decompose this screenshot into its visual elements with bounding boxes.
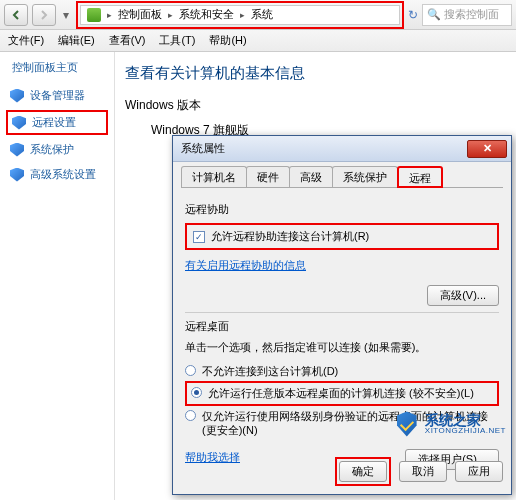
close-icon: ✕ <box>483 142 492 155</box>
divider <box>185 312 499 313</box>
radio-icon <box>185 365 196 376</box>
cancel-button[interactable]: 取消 <box>399 461 447 482</box>
tab-computer-name[interactable]: 计算机名 <box>181 166 247 187</box>
ok-button[interactable]: 确定 <box>339 461 387 482</box>
dialog-button-row: 确定 取消 应用 <box>181 457 503 486</box>
tab-remote[interactable]: 远程 <box>397 166 443 188</box>
breadcrumb-item[interactable]: 系统和安全 <box>179 7 234 22</box>
ok-highlight: 确定 <box>335 457 391 486</box>
menu-help[interactable]: 帮助(H) <box>209 33 246 48</box>
refresh-icon[interactable]: ↻ <box>408 8 418 22</box>
dialog-body: 计算机名 硬件 高级 系统保护 远程 远程协助 ✓ 允许远程协助连接这台计算机(… <box>173 162 511 489</box>
sidebar-item-remote-settings[interactable]: 远程设置 <box>6 110 108 135</box>
version-section-label: Windows 版本 <box>125 97 506 114</box>
sidebar-item-label: 系统保护 <box>30 142 74 157</box>
allow-remote-assist-checkbox[interactable]: ✓ <box>193 231 205 243</box>
watermark-cn: 系统之家 <box>425 413 506 427</box>
breadcrumb-item[interactable]: 系统 <box>251 7 273 22</box>
chevron-right-icon: ▸ <box>240 10 245 20</box>
remote-assist-group-title: 远程协助 <box>185 202 499 217</box>
dropdown-icon[interactable]: ▾ <box>60 8 72 22</box>
back-button[interactable] <box>4 4 28 26</box>
arrow-left-icon <box>10 9 22 21</box>
page-title: 查看有关计算机的基本信息 <box>125 64 506 83</box>
breadcrumb[interactable]: ▸ 控制面板 ▸ 系统和安全 ▸ 系统 <box>80 5 400 25</box>
sidebar-title[interactable]: 控制面板主页 <box>6 60 108 75</box>
sidebar-item-advanced-settings[interactable]: 高级系统设置 <box>6 164 108 185</box>
watermark-en: XITONGZHIJIA.NET <box>425 427 506 435</box>
rd-option-label: 允许运行任意版本远程桌面的计算机连接 (较不安全)(L) <box>208 386 474 400</box>
navigation-bar: ▾ ▸ 控制面板 ▸ 系统和安全 ▸ 系统 ↻ 🔍 搜索控制面 <box>0 0 516 30</box>
search-placeholder: 搜索控制面 <box>444 7 499 22</box>
menu-view[interactable]: 查看(V) <box>109 33 146 48</box>
arrow-right-icon <box>38 9 50 21</box>
rd-option-deny[interactable]: 不允许连接到这台计算机(D) <box>185 361 499 381</box>
radio-icon <box>185 410 196 421</box>
shield-icon <box>10 89 24 103</box>
rd-option-label: 不允许连接到这台计算机(D) <box>202 364 338 378</box>
rd-option-allow-any[interactable]: 允许运行任意版本远程桌面的计算机连接 (较不安全)(L) <box>185 381 499 405</box>
menu-file[interactable]: 文件(F) <box>8 33 44 48</box>
sidebar-item-label: 远程设置 <box>32 115 76 130</box>
allow-remote-assist-row: ✓ 允许远程协助连接这台计算机(R) <box>185 223 499 250</box>
shield-icon <box>12 116 26 130</box>
search-input[interactable]: 🔍 搜索控制面 <box>422 4 512 26</box>
remote-assist-help-link[interactable]: 有关启用远程协助的信息 <box>185 258 306 273</box>
tab-advanced[interactable]: 高级 <box>289 166 333 187</box>
chevron-right-icon: ▸ <box>107 10 112 20</box>
remote-desktop-desc: 单击一个选项，然后指定谁可以连接 (如果需要)。 <box>185 340 499 355</box>
dialog-title: 系统属性 <box>181 141 467 156</box>
breadcrumb-item[interactable]: 控制面板 <box>118 7 162 22</box>
chevron-right-icon: ▸ <box>168 10 173 20</box>
watermark-shield-icon <box>393 410 421 438</box>
search-icon: 🔍 <box>427 8 441 21</box>
remote-assist-advanced-button[interactable]: 高级(V)... <box>427 285 499 306</box>
watermark: 系统之家 XITONGZHIJIA.NET <box>393 410 506 438</box>
allow-remote-assist-label: 允许远程协助连接这台计算机(R) <box>211 229 369 244</box>
sidebar: 控制面板主页 设备管理器 远程设置 系统保护 高级系统设置 <box>0 52 115 500</box>
shield-icon <box>10 168 24 182</box>
radio-icon <box>191 387 202 398</box>
apply-button[interactable]: 应用 <box>455 461 503 482</box>
sidebar-item-system-protection[interactable]: 系统保护 <box>6 139 108 160</box>
close-button[interactable]: ✕ <box>467 140 507 158</box>
remote-desktop-group-title: 远程桌面 <box>185 319 499 334</box>
sidebar-item-label: 高级系统设置 <box>30 167 96 182</box>
shield-icon <box>10 143 24 157</box>
sidebar-item-label: 设备管理器 <box>30 88 85 103</box>
tab-strip: 计算机名 硬件 高级 系统保护 远程 <box>181 166 503 188</box>
tab-system-protection[interactable]: 系统保护 <box>332 166 398 187</box>
forward-button[interactable] <box>32 4 56 26</box>
system-properties-dialog: 系统属性 ✕ 计算机名 硬件 高级 系统保护 远程 远程协助 ✓ 允许远程协助连… <box>172 135 512 495</box>
dialog-titlebar[interactable]: 系统属性 ✕ <box>173 136 511 162</box>
sidebar-item-device-manager[interactable]: 设备管理器 <box>6 85 108 106</box>
menu-bar: 文件(F) 编辑(E) 查看(V) 工具(T) 帮助(H) <box>0 30 516 52</box>
breadcrumb-highlight: ▸ 控制面板 ▸ 系统和安全 ▸ 系统 <box>76 1 404 29</box>
computer-icon <box>87 8 101 22</box>
menu-edit[interactable]: 编辑(E) <box>58 33 95 48</box>
menu-tools[interactable]: 工具(T) <box>159 33 195 48</box>
tab-hardware[interactable]: 硬件 <box>246 166 290 187</box>
